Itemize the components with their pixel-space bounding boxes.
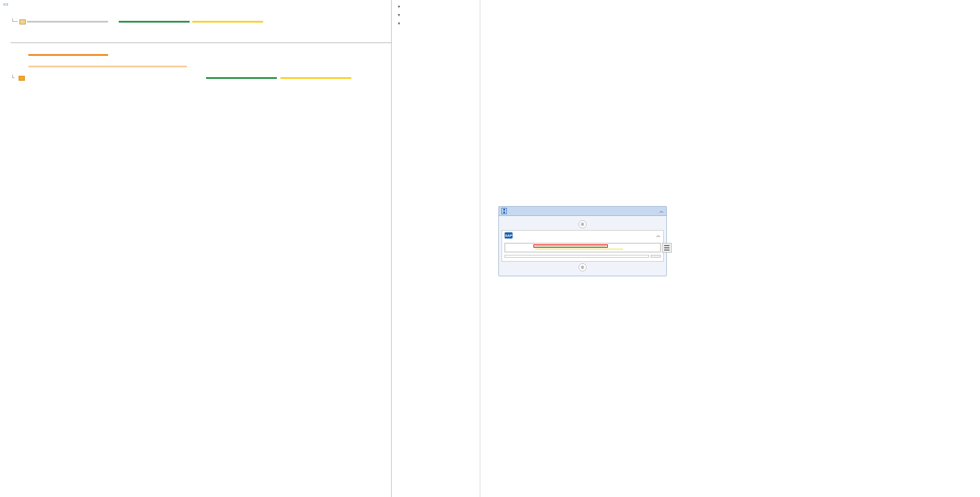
col-itemno [28, 66, 50, 67]
item-no [26, 77, 48, 79]
chevron-down-icon: ▾ [398, 4, 403, 9]
item-header-row[interactable] [11, 49, 391, 61]
folder-open-icon [19, 76, 25, 81]
sequence-box[interactable]: ︽ ⊕ SAP ︽ [498, 206, 667, 276]
cat-classic[interactable]: ▾ [393, 19, 480, 27]
activities-panel: ▾ ▾ ▾ [392, 0, 480, 497]
hdr-status-rejected [192, 21, 263, 23]
designer-container: ︽ ⊕ SAP ︽ [494, 202, 671, 281]
chevron-up-icon[interactable]: ︽ [656, 232, 661, 239]
item-data-row[interactable]: └ [11, 72, 391, 84]
sap-tree-panel: └─ └ [0, 0, 392, 497]
sequence-header[interactable]: ︽ [499, 207, 666, 216]
add-after-button[interactable]: ⊕ [502, 262, 664, 273]
tree-path-input[interactable] [505, 255, 649, 258]
hdr-status-row[interactable]: └─ [11, 16, 391, 27]
item-status-completed [206, 77, 277, 79]
add-before-button[interactable]: ⊕ [502, 219, 664, 230]
ellipsis-button[interactable] [651, 255, 661, 258]
page-title [4, 4, 8, 5]
chevron-down-icon: ▾ [398, 12, 403, 17]
folder-icon [19, 20, 26, 24]
chevron-down-icon: ▾ [398, 21, 403, 26]
img-row1b [535, 245, 606, 247]
img-row2a [507, 248, 535, 250]
img-row1a [507, 245, 535, 247]
item-material [48, 77, 163, 79]
hdr-status-block: └─ [11, 16, 391, 36]
divider [11, 43, 391, 43]
item-column-row [11, 61, 391, 72]
item-status-rejected [280, 77, 351, 79]
hdr-label [27, 21, 108, 23]
hdr-status-completed [119, 21, 190, 23]
cat-available[interactable]: ▾ [393, 11, 480, 19]
selector-image[interactable] [505, 243, 661, 252]
sequence-icon [502, 208, 507, 214]
item-header-label [28, 54, 108, 56]
cat-recent[interactable]: ▾ [393, 2, 480, 11]
selection-highlight [533, 244, 608, 248]
item-status-block: └ [11, 49, 391, 93]
chevron-up-icon[interactable]: ︽ [659, 208, 664, 214]
sap-icon: SAP [505, 232, 513, 239]
activity-expand-alv[interactable]: SAP ︽ [502, 230, 664, 262]
img-row2b [535, 248, 623, 250]
hamburger-icon[interactable] [662, 243, 672, 253]
col-material [50, 66, 187, 67]
